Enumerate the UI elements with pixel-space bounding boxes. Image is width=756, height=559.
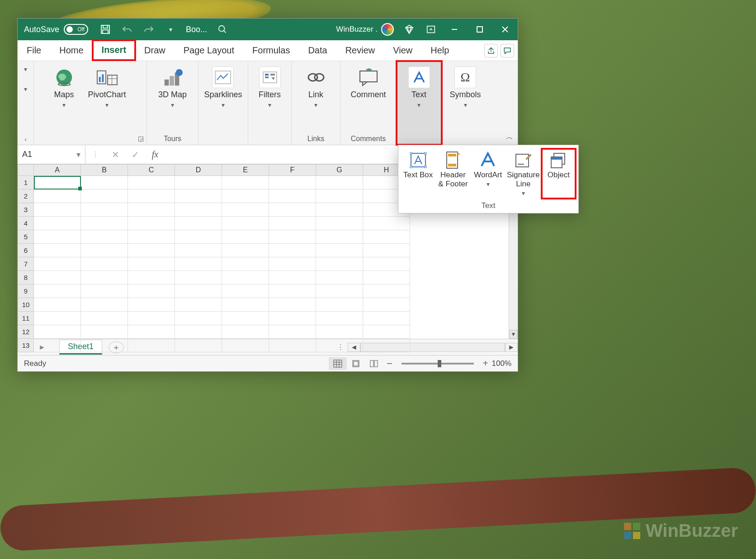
cell[interactable] [128, 298, 175, 312]
cell[interactable] [316, 325, 363, 339]
close-button[interactable] [492, 19, 518, 40]
cell[interactable] [222, 284, 269, 298]
header-footer-button[interactable]: Header & Footer [436, 149, 470, 199]
cell[interactable] [316, 244, 363, 257]
tab-help[interactable]: Help [421, 40, 458, 61]
cell[interactable] [34, 312, 81, 325]
row-header[interactable]: 7 [18, 257, 34, 271]
cell[interactable] [175, 176, 222, 189]
cell[interactable] [81, 339, 128, 352]
cell[interactable] [34, 217, 81, 230]
wordart-button[interactable]: WordArt ▾ [471, 149, 505, 199]
page-layout-view-button[interactable] [347, 357, 365, 370]
cell[interactable] [269, 230, 316, 244]
cell[interactable] [316, 176, 363, 189]
overflow-top[interactable]: ▾ [24, 66, 27, 73]
cell[interactable] [316, 203, 363, 217]
zoom-level[interactable]: 100% [492, 359, 511, 368]
cell[interactable] [269, 312, 316, 325]
cell[interactable] [175, 271, 222, 284]
fx-button[interactable]: fx [145, 145, 165, 164]
ribbon-display-button[interactable] [420, 19, 442, 40]
cell[interactable] [34, 284, 81, 298]
cell[interactable] [175, 244, 222, 257]
cell[interactable] [175, 298, 222, 312]
row-header[interactable]: 4 [18, 217, 34, 230]
zoom-out-button[interactable]: − [383, 358, 396, 370]
tab-home[interactable]: Home [50, 40, 92, 61]
cell[interactable] [34, 339, 81, 352]
cell[interactable] [175, 284, 222, 298]
cell[interactable] [222, 312, 269, 325]
name-box[interactable]: A1 ▾ [18, 145, 85, 164]
column-header[interactable]: B [81, 164, 128, 176]
cell[interactable] [363, 284, 410, 298]
cell[interactable] [363, 339, 410, 352]
cell[interactable] [222, 217, 269, 230]
row-header[interactable]: 10 [18, 298, 34, 312]
tab-insert[interactable]: Insert [93, 40, 135, 61]
pivotchart-button[interactable]: PivotChart ▾ [82, 64, 132, 111]
column-header[interactable]: C [128, 164, 175, 176]
column-header[interactable]: G [316, 164, 363, 176]
cell[interactable] [269, 203, 316, 217]
cell[interactable] [175, 339, 222, 352]
cell[interactable] [222, 339, 269, 352]
cell[interactable] [81, 189, 128, 203]
cell[interactable] [316, 217, 363, 230]
cell[interactable] [363, 271, 410, 284]
cell[interactable] [81, 176, 128, 189]
text-dropdown[interactable]: Text ▾ [404, 64, 435, 111]
cell[interactable] [128, 176, 175, 189]
cell[interactable] [34, 257, 81, 271]
enter-formula-button[interactable]: ✓ [125, 145, 145, 164]
tab-formulas[interactable]: Formulas [243, 40, 299, 61]
normal-view-button[interactable] [329, 357, 347, 370]
cancel-formula-button[interactable]: ✕ [105, 145, 125, 164]
tab-data[interactable]: Data [299, 40, 336, 61]
cell[interactable] [128, 339, 175, 352]
cell[interactable] [269, 298, 316, 312]
row-header[interactable]: 1 [18, 176, 34, 189]
cell[interactable] [34, 189, 81, 203]
cell[interactable] [34, 325, 81, 339]
cell[interactable] [222, 230, 269, 244]
account-button[interactable]: WinBuzzer . [331, 23, 398, 36]
cell[interactable] [316, 284, 363, 298]
cell[interactable] [128, 325, 175, 339]
cell[interactable] [363, 312, 410, 325]
zoom-slider[interactable] [402, 363, 474, 365]
cell[interactable] [81, 312, 128, 325]
cell[interactable] [269, 284, 316, 298]
cell[interactable] [128, 230, 175, 244]
tab-page-layout[interactable]: Page Layout [175, 40, 243, 61]
cell[interactable] [128, 312, 175, 325]
cell[interactable] [81, 284, 128, 298]
tab-review[interactable]: Review [336, 40, 384, 61]
active-cell[interactable] [34, 176, 81, 189]
filters-button[interactable]: Filters ▾ [255, 64, 285, 111]
cell[interactable] [128, 203, 175, 217]
cell[interactable] [222, 298, 269, 312]
cell[interactable] [175, 230, 222, 244]
cell[interactable] [269, 325, 316, 339]
cell[interactable] [128, 244, 175, 257]
cell[interactable] [175, 189, 222, 203]
row-header[interactable]: 3 [18, 203, 34, 217]
column-header[interactable]: D [175, 164, 222, 176]
cell[interactable] [316, 339, 363, 352]
search-button[interactable] [212, 19, 233, 40]
collapse-ribbon-icon[interactable]: ︿ [506, 133, 513, 142]
text-box-button[interactable]: Text Box [401, 149, 435, 199]
cell[interactable] [175, 257, 222, 271]
select-all-corner[interactable] [18, 164, 34, 176]
cell[interactable] [34, 230, 81, 244]
cell[interactable] [34, 244, 81, 257]
scroll-left-icon[interactable]: ‹ [24, 136, 27, 143]
cell[interactable] [222, 203, 269, 217]
maps-button[interactable]: Maps ▾ [49, 64, 80, 111]
cell[interactable] [222, 325, 269, 339]
diamond-button[interactable] [398, 19, 420, 40]
cell[interactable] [363, 257, 410, 271]
cell[interactable] [175, 217, 222, 230]
